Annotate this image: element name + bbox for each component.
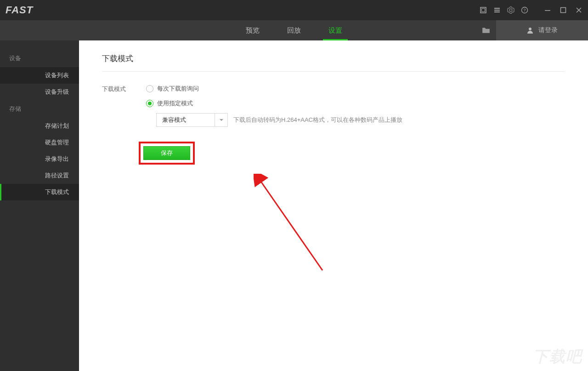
app-logo: FAST — [6, 4, 33, 16]
page-title: 下载模式 — [102, 53, 565, 72]
save-highlight-box: 保存 — [139, 142, 195, 165]
sidebar-item-device-upgrade[interactable]: 设备升级 — [0, 84, 79, 100]
svg-text:?: ? — [523, 8, 526, 12]
user-icon — [526, 27, 534, 34]
screenshot-icon[interactable] — [480, 6, 487, 14]
tab-playback[interactable]: 回放 — [273, 20, 315, 40]
radio-circle-icon — [146, 100, 153, 107]
svg-rect-0 — [481, 7, 486, 13]
maximize-icon[interactable] — [560, 6, 567, 14]
gear-icon[interactable] — [507, 6, 514, 14]
form-label-mode: 下载模式 — [102, 85, 146, 93]
sidebar-item-device-list[interactable]: 设备列表 — [0, 67, 79, 84]
window-controls — [544, 6, 582, 14]
folder-icon[interactable] — [476, 20, 496, 40]
mode-select-row: 兼容模式 下载后自动转码为H.264+AAC格式，可以在各种数码产品上播放 — [156, 113, 565, 127]
select-value: 兼容模式 — [157, 116, 215, 124]
radio-label: 使用指定模式 — [157, 99, 193, 108]
sidebar-item-download-mode[interactable]: 下载模式 — [0, 184, 79, 200]
close-icon[interactable] — [575, 6, 582, 14]
mode-hint: 下载后自动转码为H.264+AAC格式，可以在各种数码产品上播放 — [233, 116, 402, 124]
help-icon[interactable]: ? — [521, 6, 528, 14]
sidebar-item-disk-manage[interactable]: 硬盘管理 — [0, 134, 79, 151]
svg-line-10 — [260, 180, 322, 270]
nav-tabs: 预览 回放 设置 — [232, 20, 356, 40]
tab-settings[interactable]: 设置 — [315, 20, 356, 40]
form-area: 下载模式 每次下载前询问 使用指定模式 兼容模式 — [102, 72, 565, 165]
radio-label: 每次下载前询问 — [157, 85, 199, 93]
titlebar-right: ? — [480, 6, 582, 14]
radio-group-mode: 每次下载前询问 使用指定模式 — [146, 85, 199, 108]
sidebar-header-device: 设备 — [0, 50, 79, 67]
form-row-mode: 下载模式 每次下载前询问 使用指定模式 — [102, 85, 565, 108]
content: 下载模式 下载模式 每次下载前询问 使用指定模式 兼容模式 — [79, 40, 588, 371]
svg-point-9 — [529, 28, 531, 30]
nav-right: 请登录 — [476, 20, 588, 40]
svg-rect-1 — [482, 9, 485, 12]
login-label: 请登录 — [538, 26, 558, 34]
radio-ask-each-time[interactable]: 每次下载前询问 — [146, 85, 199, 93]
navbar: 预览 回放 设置 请登录 — [0, 20, 588, 40]
svg-rect-2 — [494, 8, 500, 9]
svg-rect-7 — [545, 10, 550, 11]
menu-icon[interactable] — [493, 6, 501, 14]
svg-rect-3 — [494, 10, 500, 11]
minimize-icon[interactable] — [544, 6, 551, 14]
sidebar-item-record-export[interactable]: 录像导出 — [0, 151, 79, 167]
radio-use-mode[interactable]: 使用指定模式 — [146, 99, 199, 108]
login-button[interactable]: 请登录 — [496, 20, 588, 40]
sidebar-item-storage-plan[interactable]: 存储计划 — [0, 118, 79, 134]
watermark: 下载吧 — [533, 346, 582, 367]
radio-circle-icon — [146, 85, 153, 92]
sidebar-item-path-setting[interactable]: 路径设置 — [0, 167, 79, 184]
save-button[interactable]: 保存 — [143, 146, 190, 160]
titlebar: FAST ? — [0, 0, 588, 20]
sidebar: 设备 设备列表 设备升级 存储 存储计划 硬盘管理 录像导出 路径设置 下载模式 — [0, 40, 79, 371]
sidebar-header-storage: 存储 — [0, 100, 79, 118]
mode-select[interactable]: 兼容模式 — [156, 113, 228, 127]
tab-preview[interactable]: 预览 — [232, 20, 273, 40]
body: 设备 设备列表 设备升级 存储 存储计划 硬盘管理 录像导出 路径设置 下载模式… — [0, 40, 588, 371]
svg-rect-8 — [561, 8, 566, 13]
svg-rect-4 — [494, 11, 500, 12]
chevron-down-icon — [215, 114, 227, 126]
arrow-annotation — [254, 174, 336, 280]
